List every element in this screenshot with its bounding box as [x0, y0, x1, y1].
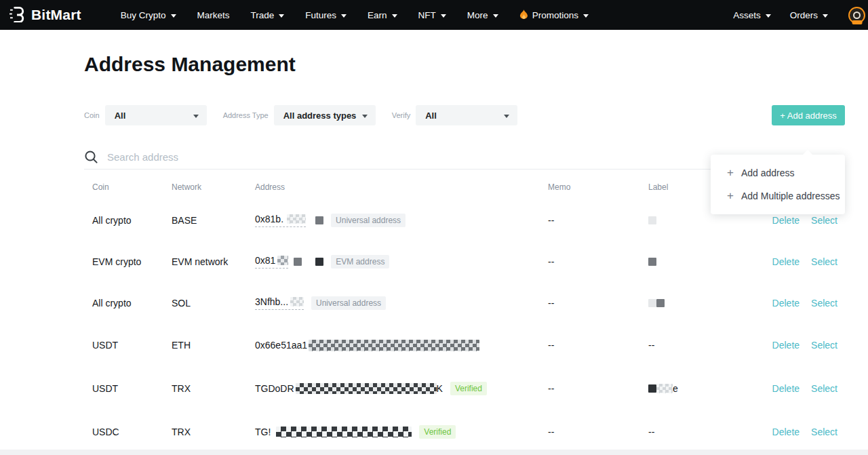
nav-item-markets[interactable]: Markets — [197, 10, 230, 20]
nav-item-more[interactable]: More — [467, 10, 498, 20]
verify-filter-label: Verify — [392, 111, 411, 119]
nav-menu: Buy Crypto Markets Trade Futures Earn NF… — [121, 9, 589, 20]
delete-link[interactable]: Delete — [772, 383, 800, 394]
chevron-down-icon — [362, 115, 368, 118]
cell-network: ETH — [172, 340, 255, 351]
delete-link[interactable]: Delete — [772, 256, 800, 267]
redacted-label — [648, 216, 656, 224]
cell-coin: EVM crypto — [84, 256, 172, 267]
chevron-down-icon — [441, 14, 446, 18]
nav-item-earn[interactable]: Earn — [368, 10, 397, 20]
page-bottom-strip — [0, 450, 868, 455]
redacted-label — [656, 384, 673, 393]
cell-address: 0x66e51aa1 — [255, 340, 548, 351]
vip-badge — [852, 20, 862, 24]
cell-address: TGDoDR K Verified — [255, 382, 548, 395]
address-type-filter: Address Type All address types — [223, 105, 376, 125]
delete-link[interactable]: Delete — [772, 340, 800, 351]
page-title: Address Management — [84, 50, 845, 79]
bitmart-logo-icon — [9, 5, 26, 25]
nav-item-buy-crypto[interactable]: Buy Crypto — [121, 10, 176, 20]
redacted-address — [277, 256, 288, 265]
cell-memo: -- — [548, 383, 648, 394]
select-link[interactable]: Select — [811, 340, 837, 351]
delete-link[interactable]: Delete — [772, 298, 800, 309]
cell-memo: -- — [548, 298, 648, 309]
header-address: Address — [255, 182, 548, 192]
redacted-address — [309, 340, 479, 351]
cell-memo: -- — [548, 427, 648, 437]
plus-icon: + — [727, 189, 734, 203]
menu-item-add-address[interactable]: + Add address — [711, 161, 845, 184]
nav-right: Assets Orders — [733, 7, 865, 24]
cell-memo: -- — [548, 256, 648, 267]
nav-item-futures[interactable]: Futures — [305, 10, 347, 20]
chevron-down-icon — [583, 14, 589, 18]
nav-item-promotions[interactable]: Promotions — [519, 9, 589, 20]
verified-tag: Verified — [450, 382, 487, 395]
chevron-down-icon — [823, 14, 828, 18]
add-address-button[interactable]: + Add address — [772, 105, 845, 125]
address-type-filter-select[interactable]: All address types — [274, 105, 376, 125]
address-text: TGDoDR — [255, 383, 294, 394]
search-icon — [84, 150, 98, 164]
bitmart-logo[interactable]: BitMart — [9, 5, 81, 25]
cell-memo: -- — [548, 215, 648, 226]
redacted-block — [315, 258, 323, 266]
top-nav: BitMart Buy Crypto Markets Trade Futures… — [0, 0, 868, 30]
address-text: 0x81b. — [255, 214, 283, 224]
cell-network: TRX — [172, 383, 255, 394]
chevron-down-icon — [392, 14, 397, 18]
plus-icon: + — [727, 166, 734, 180]
address-type-filter-label: Address Type — [223, 111, 269, 119]
address-type-tag: Universal address — [311, 296, 386, 310]
address-text: 0x66e51aa1 — [255, 340, 307, 351]
address-text: TG! — [255, 427, 271, 437]
cell-label: -- — [648, 427, 750, 437]
select-link[interactable]: Select — [811, 383, 837, 394]
nav-item-trade[interactable]: Trade — [251, 10, 285, 20]
redacted-address — [290, 297, 304, 306]
coin-filter-select[interactable]: All — [105, 105, 207, 125]
select-link[interactable]: Select — [811, 427, 837, 437]
filter-row: Coin All Address Type All address types … — [84, 105, 845, 125]
redacted-label — [648, 384, 656, 393]
menu-item-add-multiple-addresses[interactable]: + Add Multiple addresses — [711, 184, 845, 207]
brand-name: BitMart — [31, 7, 81, 23]
cell-memo: -- — [548, 340, 648, 351]
cell-coin: USDT — [84, 340, 172, 351]
chevron-down-icon — [766, 14, 771, 18]
address-text-suffix: K — [437, 383, 443, 394]
label-text: e — [673, 383, 678, 394]
redacted-label — [648, 299, 656, 307]
user-avatar[interactable] — [848, 7, 865, 24]
redacted-label — [656, 299, 665, 307]
table-row: USDT ETH 0x66e51aa1 -- -- Delete Select — [84, 323, 845, 367]
redacted-address — [276, 427, 412, 437]
address-text: 3Nfhb... — [255, 296, 288, 307]
address-table: All crypto BASE 0x81b. Universal address… — [84, 199, 845, 454]
delete-link[interactable]: Delete — [772, 215, 800, 226]
select-link[interactable]: Select — [811, 256, 837, 267]
redacted-address — [296, 383, 437, 394]
cell-address: 0x81b. Universal address — [255, 214, 548, 227]
nav-item-assets[interactable]: Assets — [733, 10, 771, 20]
chevron-down-icon — [279, 14, 284, 18]
cell-address: TG! Verified — [255, 425, 548, 439]
cell-network: SOL — [172, 298, 255, 309]
chevron-down-icon — [171, 14, 176, 18]
redacted-address — [287, 214, 306, 224]
select-link[interactable]: Select — [811, 215, 837, 226]
verify-filter-select[interactable]: All — [416, 105, 517, 125]
redacted-label — [648, 258, 656, 266]
coin-filter: Coin All — [84, 105, 207, 125]
nav-item-nft[interactable]: NFT — [418, 10, 446, 20]
delete-link[interactable]: Delete — [772, 427, 800, 437]
address-text: 0x81 — [255, 255, 275, 266]
verified-tag: Verified — [419, 425, 456, 439]
cell-coin: All crypto — [84, 298, 172, 309]
cell-address: 0x81 EVM address — [255, 255, 548, 269]
nav-item-orders[interactable]: Orders — [790, 10, 828, 20]
header-coin: Coin — [84, 182, 172, 192]
select-link[interactable]: Select — [811, 298, 837, 309]
